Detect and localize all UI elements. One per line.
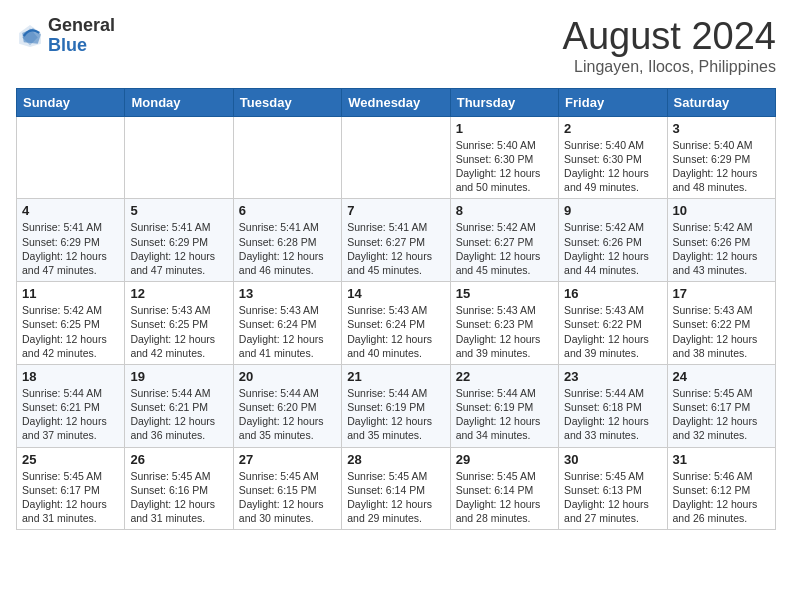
day-number: 20 bbox=[239, 369, 336, 384]
day-info: Sunrise: 5:45 AMSunset: 6:15 PMDaylight:… bbox=[239, 469, 336, 526]
day-info: Sunrise: 5:45 AMSunset: 6:14 PMDaylight:… bbox=[456, 469, 553, 526]
day-cell: 26Sunrise: 5:45 AMSunset: 6:16 PMDayligh… bbox=[125, 447, 233, 530]
header-cell-sunday: Sunday bbox=[17, 88, 125, 116]
header-cell-saturday: Saturday bbox=[667, 88, 775, 116]
day-cell: 14Sunrise: 5:43 AMSunset: 6:24 PMDayligh… bbox=[342, 282, 450, 365]
day-number: 12 bbox=[130, 286, 227, 301]
day-cell: 18Sunrise: 5:44 AMSunset: 6:21 PMDayligh… bbox=[17, 364, 125, 447]
header-cell-friday: Friday bbox=[559, 88, 667, 116]
day-info: Sunrise: 5:44 AMSunset: 6:19 PMDaylight:… bbox=[456, 386, 553, 443]
day-number: 7 bbox=[347, 203, 444, 218]
day-info: Sunrise: 5:41 AMSunset: 6:29 PMDaylight:… bbox=[22, 220, 119, 277]
day-number: 22 bbox=[456, 369, 553, 384]
day-cell: 12Sunrise: 5:43 AMSunset: 6:25 PMDayligh… bbox=[125, 282, 233, 365]
day-number: 4 bbox=[22, 203, 119, 218]
day-number: 27 bbox=[239, 452, 336, 467]
day-number: 17 bbox=[673, 286, 770, 301]
day-number: 18 bbox=[22, 369, 119, 384]
day-number: 6 bbox=[239, 203, 336, 218]
day-cell: 8Sunrise: 5:42 AMSunset: 6:27 PMDaylight… bbox=[450, 199, 558, 282]
day-info: Sunrise: 5:43 AMSunset: 6:24 PMDaylight:… bbox=[347, 303, 444, 360]
day-number: 14 bbox=[347, 286, 444, 301]
day-cell: 2Sunrise: 5:40 AMSunset: 6:30 PMDaylight… bbox=[559, 116, 667, 199]
day-info: Sunrise: 5:40 AMSunset: 6:29 PMDaylight:… bbox=[673, 138, 770, 195]
day-cell: 5Sunrise: 5:41 AMSunset: 6:29 PMDaylight… bbox=[125, 199, 233, 282]
week-row-1: 1Sunrise: 5:40 AMSunset: 6:30 PMDaylight… bbox=[17, 116, 776, 199]
page-header: General Blue August 2024 Lingayen, Iloco… bbox=[16, 16, 776, 76]
day-number: 28 bbox=[347, 452, 444, 467]
day-cell: 7Sunrise: 5:41 AMSunset: 6:27 PMDaylight… bbox=[342, 199, 450, 282]
day-info: Sunrise: 5:46 AMSunset: 6:12 PMDaylight:… bbox=[673, 469, 770, 526]
day-number: 8 bbox=[456, 203, 553, 218]
location-subtitle: Lingayen, Ilocos, Philippines bbox=[563, 58, 776, 76]
day-info: Sunrise: 5:43 AMSunset: 6:23 PMDaylight:… bbox=[456, 303, 553, 360]
day-cell: 15Sunrise: 5:43 AMSunset: 6:23 PMDayligh… bbox=[450, 282, 558, 365]
day-cell: 13Sunrise: 5:43 AMSunset: 6:24 PMDayligh… bbox=[233, 282, 341, 365]
day-number: 25 bbox=[22, 452, 119, 467]
day-cell bbox=[125, 116, 233, 199]
day-cell: 17Sunrise: 5:43 AMSunset: 6:22 PMDayligh… bbox=[667, 282, 775, 365]
day-cell: 3Sunrise: 5:40 AMSunset: 6:29 PMDaylight… bbox=[667, 116, 775, 199]
day-info: Sunrise: 5:45 AMSunset: 6:17 PMDaylight:… bbox=[22, 469, 119, 526]
day-info: Sunrise: 5:44 AMSunset: 6:20 PMDaylight:… bbox=[239, 386, 336, 443]
day-number: 5 bbox=[130, 203, 227, 218]
day-cell bbox=[342, 116, 450, 199]
day-number: 24 bbox=[673, 369, 770, 384]
day-info: Sunrise: 5:43 AMSunset: 6:24 PMDaylight:… bbox=[239, 303, 336, 360]
day-cell bbox=[233, 116, 341, 199]
day-number: 16 bbox=[564, 286, 661, 301]
week-row-4: 18Sunrise: 5:44 AMSunset: 6:21 PMDayligh… bbox=[17, 364, 776, 447]
day-cell: 4Sunrise: 5:41 AMSunset: 6:29 PMDaylight… bbox=[17, 199, 125, 282]
day-cell: 23Sunrise: 5:44 AMSunset: 6:18 PMDayligh… bbox=[559, 364, 667, 447]
day-info: Sunrise: 5:42 AMSunset: 6:25 PMDaylight:… bbox=[22, 303, 119, 360]
week-row-2: 4Sunrise: 5:41 AMSunset: 6:29 PMDaylight… bbox=[17, 199, 776, 282]
header-cell-wednesday: Wednesday bbox=[342, 88, 450, 116]
day-cell: 6Sunrise: 5:41 AMSunset: 6:28 PMDaylight… bbox=[233, 199, 341, 282]
day-number: 1 bbox=[456, 121, 553, 136]
day-info: Sunrise: 5:45 AMSunset: 6:16 PMDaylight:… bbox=[130, 469, 227, 526]
day-cell: 22Sunrise: 5:44 AMSunset: 6:19 PMDayligh… bbox=[450, 364, 558, 447]
calendar-table: SundayMondayTuesdayWednesdayThursdayFrid… bbox=[16, 88, 776, 530]
day-cell: 21Sunrise: 5:44 AMSunset: 6:19 PMDayligh… bbox=[342, 364, 450, 447]
day-info: Sunrise: 5:45 AMSunset: 6:17 PMDaylight:… bbox=[673, 386, 770, 443]
day-cell: 19Sunrise: 5:44 AMSunset: 6:21 PMDayligh… bbox=[125, 364, 233, 447]
day-info: Sunrise: 5:43 AMSunset: 6:22 PMDaylight:… bbox=[673, 303, 770, 360]
day-cell: 10Sunrise: 5:42 AMSunset: 6:26 PMDayligh… bbox=[667, 199, 775, 282]
day-cell: 25Sunrise: 5:45 AMSunset: 6:17 PMDayligh… bbox=[17, 447, 125, 530]
day-info: Sunrise: 5:42 AMSunset: 6:26 PMDaylight:… bbox=[673, 220, 770, 277]
day-cell: 9Sunrise: 5:42 AMSunset: 6:26 PMDaylight… bbox=[559, 199, 667, 282]
header-cell-monday: Monday bbox=[125, 88, 233, 116]
day-cell: 20Sunrise: 5:44 AMSunset: 6:20 PMDayligh… bbox=[233, 364, 341, 447]
day-number: 3 bbox=[673, 121, 770, 136]
day-info: Sunrise: 5:43 AMSunset: 6:25 PMDaylight:… bbox=[130, 303, 227, 360]
day-info: Sunrise: 5:44 AMSunset: 6:21 PMDaylight:… bbox=[130, 386, 227, 443]
day-number: 9 bbox=[564, 203, 661, 218]
day-cell: 1Sunrise: 5:40 AMSunset: 6:30 PMDaylight… bbox=[450, 116, 558, 199]
day-cell: 28Sunrise: 5:45 AMSunset: 6:14 PMDayligh… bbox=[342, 447, 450, 530]
day-number: 26 bbox=[130, 452, 227, 467]
day-info: Sunrise: 5:42 AMSunset: 6:27 PMDaylight:… bbox=[456, 220, 553, 277]
logo-icon bbox=[16, 22, 44, 50]
day-cell: 24Sunrise: 5:45 AMSunset: 6:17 PMDayligh… bbox=[667, 364, 775, 447]
day-info: Sunrise: 5:43 AMSunset: 6:22 PMDaylight:… bbox=[564, 303, 661, 360]
day-number: 11 bbox=[22, 286, 119, 301]
day-info: Sunrise: 5:44 AMSunset: 6:19 PMDaylight:… bbox=[347, 386, 444, 443]
day-info: Sunrise: 5:40 AMSunset: 6:30 PMDaylight:… bbox=[564, 138, 661, 195]
day-info: Sunrise: 5:41 AMSunset: 6:27 PMDaylight:… bbox=[347, 220, 444, 277]
day-number: 31 bbox=[673, 452, 770, 467]
week-row-5: 25Sunrise: 5:45 AMSunset: 6:17 PMDayligh… bbox=[17, 447, 776, 530]
day-info: Sunrise: 5:42 AMSunset: 6:26 PMDaylight:… bbox=[564, 220, 661, 277]
day-number: 21 bbox=[347, 369, 444, 384]
day-cell bbox=[17, 116, 125, 199]
day-info: Sunrise: 5:44 AMSunset: 6:18 PMDaylight:… bbox=[564, 386, 661, 443]
day-cell: 27Sunrise: 5:45 AMSunset: 6:15 PMDayligh… bbox=[233, 447, 341, 530]
day-number: 29 bbox=[456, 452, 553, 467]
day-cell: 29Sunrise: 5:45 AMSunset: 6:14 PMDayligh… bbox=[450, 447, 558, 530]
day-number: 23 bbox=[564, 369, 661, 384]
day-number: 15 bbox=[456, 286, 553, 301]
day-number: 19 bbox=[130, 369, 227, 384]
header-row: SundayMondayTuesdayWednesdayThursdayFrid… bbox=[17, 88, 776, 116]
day-info: Sunrise: 5:44 AMSunset: 6:21 PMDaylight:… bbox=[22, 386, 119, 443]
week-row-3: 11Sunrise: 5:42 AMSunset: 6:25 PMDayligh… bbox=[17, 282, 776, 365]
day-cell: 11Sunrise: 5:42 AMSunset: 6:25 PMDayligh… bbox=[17, 282, 125, 365]
